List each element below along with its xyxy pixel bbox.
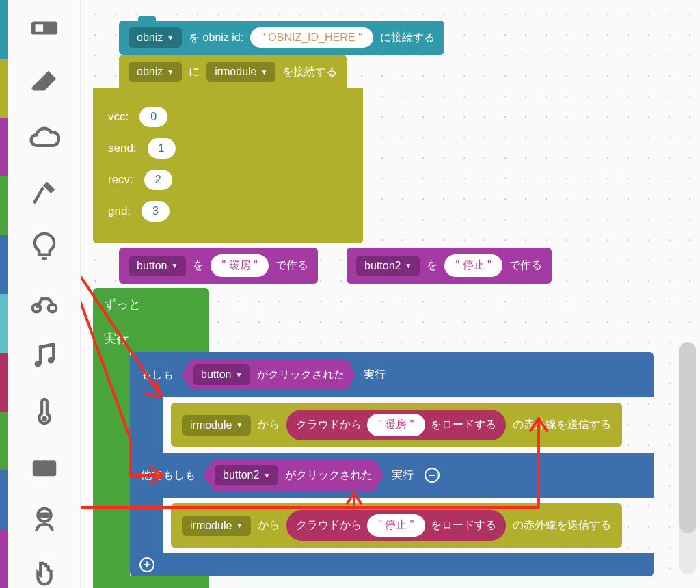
elseif-prefix: 他でもしも: [141, 468, 196, 483]
connect-block[interactable]: obniz▼ を obniz id: " OBNIZ_ID_HERE " に接続…: [119, 21, 444, 55]
if-button-dropdown[interactable]: button▼: [193, 364, 250, 385]
obniz-dropdown[interactable]: obniz▼: [129, 27, 182, 48]
elseif-condition[interactable]: button2▼ がクリックされた: [204, 459, 383, 491]
elseif-block[interactable]: 他でもしも button2▼ がクリックされた 実行 −: [130, 453, 654, 498]
pin-label-recv: recv:: [108, 173, 133, 187]
scrollbar-thumb[interactable]: [679, 342, 696, 533]
connect-text-2: に接続する: [380, 31, 435, 45]
ir1-cloud-post: をロードする: [431, 418, 496, 432]
bulb-icon[interactable]: [28, 231, 61, 263]
elseif-condition-text: がクリックされた: [285, 468, 373, 483]
create-button2-block[interactable]: button2▼ を " 停止 " で作る: [347, 248, 552, 284]
if-block[interactable]: もしも button▼ がクリックされた 実行: [130, 352, 654, 397]
ir1-cloud-pre: クラウドから: [296, 418, 362, 432]
if-footer[interactable]: +: [130, 553, 654, 576]
ir2-pill[interactable]: " 停止 ": [367, 514, 425, 537]
ir1-text-1: から: [258, 418, 280, 432]
btn1-text-1: を: [193, 258, 204, 273]
ir-send-1[interactable]: irmodule▼ から クラウドから " 暖房 " をロードする の赤外線を送…: [171, 403, 622, 447]
pin-value-recv[interactable]: 2: [144, 170, 172, 190]
ir2-tail: の赤外線を送信する: [513, 518, 611, 533]
pin-label-vcc: vcc:: [108, 110, 129, 124]
svg-rect-10: [39, 513, 49, 518]
svg-point-7: [42, 416, 47, 422]
svg-rect-1: [35, 24, 43, 32]
svg-rect-0: [31, 21, 57, 34]
elseif-button-dropdown[interactable]: button2▼: [215, 465, 278, 485]
ir2-cloud-chip[interactable]: クラウドから " 停止 " をロードする: [286, 510, 505, 541]
cloud-icon[interactable]: [28, 122, 61, 153]
if-body-bar: [130, 397, 163, 453]
toolbox: [8, 0, 81, 588]
workspace[interactable]: obniz▼ を obniz id: " OBNIZ_ID_HERE " に接続…: [81, 0, 700, 588]
add-branch-button[interactable]: +: [139, 557, 154, 572]
attach-obniz-dropdown[interactable]: obniz▼: [129, 62, 182, 82]
if-prefix: もしも: [141, 368, 174, 382]
button1-label-field[interactable]: " 暖房 ": [211, 254, 268, 277]
motorcycle-icon[interactable]: [28, 286, 61, 317]
category-color-strip: [0, 0, 8, 588]
pointer-icon[interactable]: [28, 559, 61, 588]
attach-text-2: を接続する: [282, 65, 337, 79]
btn2-text-2: で作る: [509, 258, 542, 273]
button1-dropdown[interactable]: button▼: [129, 256, 186, 276]
svg-rect-8: [32, 460, 56, 476]
elseif-run: 実行: [392, 468, 414, 483]
astronaut-icon[interactable]: [28, 505, 61, 536]
pin-value-send[interactable]: 1: [148, 138, 176, 159]
if-condition-text: がクリックされた: [257, 368, 345, 382]
btn1-text-2: で作る: [275, 258, 308, 273]
ir2-text-1: から: [258, 518, 280, 533]
ir1-tail: の赤外線を送信する: [513, 418, 611, 432]
svg-point-6: [47, 357, 54, 364]
music-icon[interactable]: [28, 340, 61, 372]
eraser-icon[interactable]: [28, 67, 61, 98]
forever-block[interactable]: ずっと 実行: [93, 288, 209, 352]
pin-value-vcc[interactable]: 0: [139, 107, 167, 127]
forever-footer: [93, 576, 209, 588]
ir1-module-dropdown[interactable]: irmodule▼: [182, 415, 251, 436]
svg-point-5: [34, 361, 41, 368]
button2-label-field[interactable]: " 停止 ": [444, 254, 502, 277]
ir2-module-dropdown[interactable]: irmodule▼: [182, 516, 251, 536]
button2-dropdown[interactable]: button2▼: [356, 256, 420, 276]
pin-label-gnd: gnd:: [108, 204, 131, 218]
briefcase-icon[interactable]: [28, 450, 61, 481]
ir1-pill[interactable]: " 暖房 ": [367, 414, 425, 436]
forever-label-1: ずっと: [104, 296, 198, 312]
connect-text-1: を obniz id:: [189, 31, 243, 45]
obniz-id-field[interactable]: " OBNIZ_ID_HERE ": [250, 27, 373, 48]
device-icon[interactable]: [28, 12, 61, 44]
attach-text-1: に: [189, 65, 200, 79]
thermometer-icon[interactable]: [28, 395, 61, 427]
attach-module-dropdown[interactable]: irmodule▼: [206, 62, 275, 82]
remove-branch-button[interactable]: −: [425, 468, 440, 483]
if-run: 実行: [364, 368, 386, 382]
ir2-cloud-post: をロードする: [431, 518, 496, 533]
pin-value-gnd[interactable]: 3: [142, 201, 170, 222]
hammer-icon[interactable]: [28, 176, 61, 208]
elseif-body-bar: [130, 498, 163, 553]
forever-body-bar: [93, 352, 130, 576]
svg-point-4: [48, 304, 56, 312]
pin-label-send: send:: [108, 142, 137, 155]
forever-label-2: 実行: [104, 312, 198, 347]
create-button1-block[interactable]: button▼ を " 暖房 " で作る: [119, 248, 318, 284]
btn2-text-1: を: [427, 258, 438, 273]
ir2-cloud-pre: クラウドから: [296, 518, 362, 533]
ir-send-2[interactable]: irmodule▼ から クラウドから " 停止 " をロードする の赤外線を送…: [171, 503, 622, 548]
attach-pins-body[interactable]: vcc:0 send:1 recv:2 gnd:3: [93, 88, 363, 243]
attach-block[interactable]: obniz▼ に irmodule▼ を接続する: [119, 55, 347, 89]
ir1-cloud-chip[interactable]: クラウドから " 暖房 " をロードする: [286, 410, 505, 440]
vertical-scrollbar[interactable]: [679, 342, 696, 574]
if-condition[interactable]: button▼ がクリックされた: [182, 359, 355, 390]
